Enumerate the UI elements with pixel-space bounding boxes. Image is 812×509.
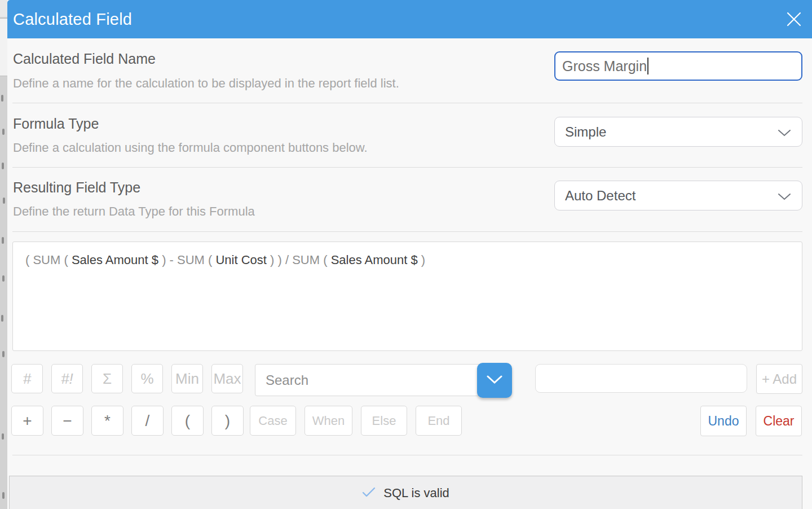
background-page-strip: [0, 0, 7, 509]
max-button[interactable]: Max: [211, 364, 243, 393]
formula-expression: ( SUM ( Sales Amount $ ) - SUM ( Unit Co…: [25, 253, 789, 267]
name-section-title: Calculated Field Name: [13, 51, 156, 67]
formula-operator-token: ( SUM (: [25, 253, 68, 267]
text-caret: [647, 58, 648, 74]
resulting-field-type-section-description: Define the return Data Type for this For…: [13, 204, 255, 219]
resulting-field-type-select[interactable]: Auto Detect: [554, 181, 802, 210]
multiply-button[interactable]: *: [91, 406, 123, 436]
formula-editor[interactable]: ( SUM ( Sales Amount $ ) - SUM ( Unit Co…: [12, 242, 802, 351]
dialog-title: Calculated Field: [7, 10, 132, 29]
dialog-body: Calculated Field Name Define a name for …: [7, 38, 812, 509]
chevron-down-icon: [778, 124, 791, 140]
end-button[interactable]: End: [416, 406, 462, 436]
calculated-field-name-input[interactable]: Gross Margin: [554, 51, 802, 81]
field-search-dropdown-button[interactable]: [477, 363, 512, 398]
chevron-down-icon: [487, 375, 502, 386]
formula-type-selected-value: Simple: [565, 124, 606, 140]
background-fragment: [0, 18, 7, 76]
formula-field-token: Sales Amount $: [331, 253, 418, 267]
function-button-row: ##!Σ%MinMax: [11, 364, 243, 393]
percent-button[interactable]: %: [131, 364, 163, 393]
formula-operator-token: ) ) / SUM (: [270, 253, 327, 267]
clear-button[interactable]: Clear: [756, 406, 802, 436]
divider: [12, 103, 802, 103]
resulting-field-type-section-title: Resulting Field Type: [13, 179, 140, 196]
formula-operator-token: ) - SUM (: [162, 253, 212, 267]
open-paren-button[interactable]: (: [171, 406, 204, 436]
calculated-field-name-value: Gross Margin: [562, 58, 647, 74]
field-search-group: [255, 363, 512, 398]
field-search-input[interactable]: [255, 364, 480, 396]
free-value-input[interactable]: [535, 364, 747, 393]
min-button[interactable]: Min: [171, 364, 203, 393]
case-button[interactable]: Case: [250, 406, 296, 436]
undo-button[interactable]: Undo: [700, 406, 747, 436]
calculated-field-dialog: Calculated Field Calculated Field Name D…: [0, 0, 812, 509]
formula-operator-token: ): [421, 253, 425, 267]
case-button-row: CaseWhenElseEnd: [250, 406, 462, 436]
check-icon: [362, 487, 376, 499]
formula-field-token: Sales Amount $: [72, 253, 158, 267]
formula-type-select[interactable]: Simple: [554, 117, 802, 147]
close-paren-button[interactable]: ): [211, 406, 244, 436]
close-icon: [784, 22, 804, 30]
minus-button[interactable]: −: [51, 406, 83, 436]
hash-exclaim-button[interactable]: #!: [51, 364, 83, 393]
sql-status-bar: SQL is valid: [9, 476, 802, 509]
background-fragment: [0, 0, 7, 17]
add-button[interactable]: + Add: [756, 364, 802, 394]
formula-type-section-description: Define a calculation using the formula c…: [13, 141, 368, 155]
name-section-description: Define a name for the calculation to be …: [13, 76, 399, 91]
divider: [12, 231, 802, 232]
formula-field-token: Unit Cost: [215, 253, 266, 267]
chevron-down-icon: [778, 188, 791, 204]
operator-button-row: +−*/(): [11, 406, 244, 436]
sql-status-message: SQL is valid: [383, 486, 449, 501]
hash-button[interactable]: #: [11, 364, 43, 393]
sum-button[interactable]: Σ: [91, 364, 123, 393]
divide-button[interactable]: /: [131, 406, 164, 436]
divider: [12, 167, 802, 168]
formula-type-section-title: Formula Type: [13, 116, 99, 132]
close-button[interactable]: [783, 9, 805, 30]
divider: [12, 455, 802, 455]
else-button[interactable]: Else: [361, 406, 407, 436]
when-button[interactable]: When: [304, 406, 352, 436]
plus-button[interactable]: +: [11, 406, 43, 436]
resulting-field-type-selected-value: Auto Detect: [565, 188, 636, 204]
dialog-header: Calculated Field: [7, 0, 812, 38]
